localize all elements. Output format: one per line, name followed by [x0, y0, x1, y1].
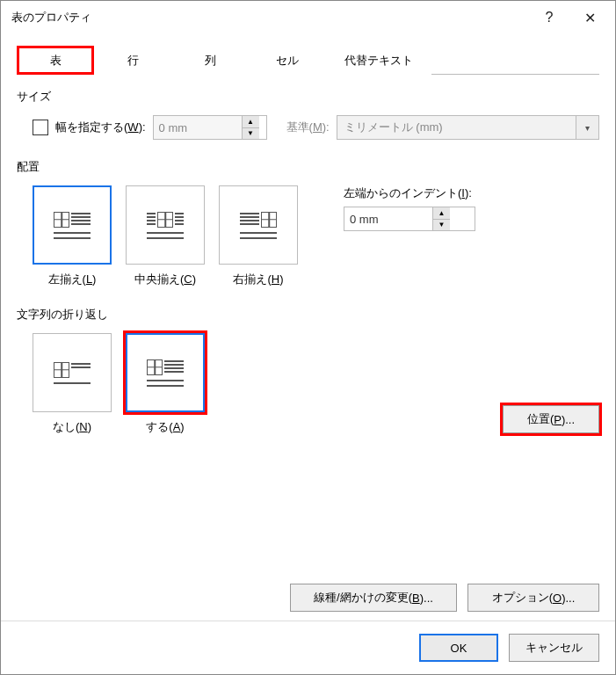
options-button[interactable]: オプション(O)... — [467, 584, 599, 612]
align-center-caption: 中央揃え(C) — [134, 272, 196, 287]
unit-select-value: ミリメートル (mm) — [337, 116, 576, 139]
indent-spinner-down[interactable]: ▼ — [433, 220, 450, 231]
help-button[interactable]: ? — [529, 4, 569, 32]
align-center-col: 中央揃え(C) — [126, 185, 205, 287]
tab-cell[interactable]: セル — [249, 46, 326, 75]
align-right-caption: 右揃え(H) — [233, 272, 283, 287]
dialog-action-buttons: OK キャンセル — [1, 621, 615, 674]
unit-select[interactable]: ミリメートル (mm) ▾ — [337, 115, 599, 140]
ok-button[interactable]: OK — [419, 634, 498, 662]
wrap-none-caption: なし(N) — [53, 419, 91, 435]
dialog-title: 表のプロパティ — [11, 10, 529, 25]
align-section-label: 配置 — [17, 159, 599, 175]
cancel-button[interactable]: キャンセル — [509, 634, 599, 662]
width-input[interactable] — [154, 116, 242, 139]
table-properties-dialog: 表のプロパティ ? ✕ 表 行 列 セル 代替テキスト サイズ 幅を指定する(W… — [0, 0, 616, 675]
indent-spinner[interactable]: ▲ ▼ — [344, 207, 475, 231]
indent-label: 左端からのインデント(I): — [344, 185, 475, 201]
option-buttons-row: 線種/網かけの変更(B)... オプション(O)... — [17, 566, 599, 612]
titlebar: 表のプロパティ ? ✕ — [1, 1, 615, 34]
width-spinner[interactable]: ▲ ▼ — [153, 115, 267, 140]
align-left-caption: 左揃え(L) — [48, 272, 97, 287]
wrap-none-option[interactable] — [33, 333, 112, 412]
position-btn-wrap: 位置(P)... — [503, 405, 599, 433]
indent-block: 左端からのインデント(I): ▲ ▼ — [344, 185, 475, 287]
wrap-around-col: する(A) — [126, 333, 205, 435]
align-center-icon — [147, 212, 184, 239]
width-spinner-buttons: ▲ ▼ — [242, 116, 259, 139]
close-button[interactable]: ✕ — [569, 4, 610, 32]
align-left-option[interactable] — [33, 185, 112, 265]
align-left-icon — [54, 212, 91, 239]
tab-table[interactable]: 表 — [17, 46, 94, 75]
align-left-col: 左揃え(L) — [33, 185, 112, 287]
dialog-content: 表 行 列 セル 代替テキスト サイズ 幅を指定する(W): ▲ ▼ 基準(M)… — [1, 34, 615, 621]
wrap-none-col: なし(N) — [33, 333, 112, 435]
position-button[interactable]: 位置(P)... — [503, 405, 599, 433]
width-label: 幅を指定する(W): — [55, 120, 146, 135]
chevron-down-icon: ▾ — [576, 116, 598, 139]
width-spinner-down[interactable]: ▼ — [243, 128, 259, 140]
wrap-around-option[interactable] — [126, 333, 205, 412]
borders-shading-button[interactable]: 線種/網かけの変更(B)... — [290, 584, 457, 612]
wrap-around-caption: する(A) — [146, 419, 184, 435]
tab-row[interactable]: 行 — [94, 46, 171, 75]
wrap-none-icon — [54, 362, 91, 384]
align-right-col: 右揃え(H) — [219, 185, 298, 287]
wrap-section-label: 文字列の折り返し — [17, 307, 599, 323]
indent-spinner-buttons: ▲ ▼ — [432, 207, 450, 230]
wrap-row: なし(N) する(A — [33, 333, 599, 435]
align-right-icon — [240, 212, 277, 239]
size-section-label: サイズ — [17, 89, 599, 105]
indent-spinner-up[interactable]: ▲ — [433, 207, 450, 220]
tab-strip: 表 行 列 セル 代替テキスト — [17, 45, 599, 75]
alignment-row: 左揃え(L) — [33, 185, 599, 287]
align-right-option[interactable] — [219, 185, 298, 265]
tab-column[interactable]: 列 — [171, 46, 249, 75]
width-spinner-up[interactable]: ▲ — [243, 116, 259, 128]
unit-label: 基準(M): — [286, 120, 330, 135]
width-checkbox[interactable] — [33, 120, 48, 135]
wrap-around-icon — [147, 359, 184, 387]
tab-alt-text[interactable]: 代替テキスト — [326, 46, 431, 75]
align-center-option[interactable] — [126, 185, 205, 265]
indent-input[interactable] — [344, 207, 432, 230]
size-row: 幅を指定する(W): ▲ ▼ 基準(M): ミリメートル (mm) ▾ — [33, 115, 599, 140]
